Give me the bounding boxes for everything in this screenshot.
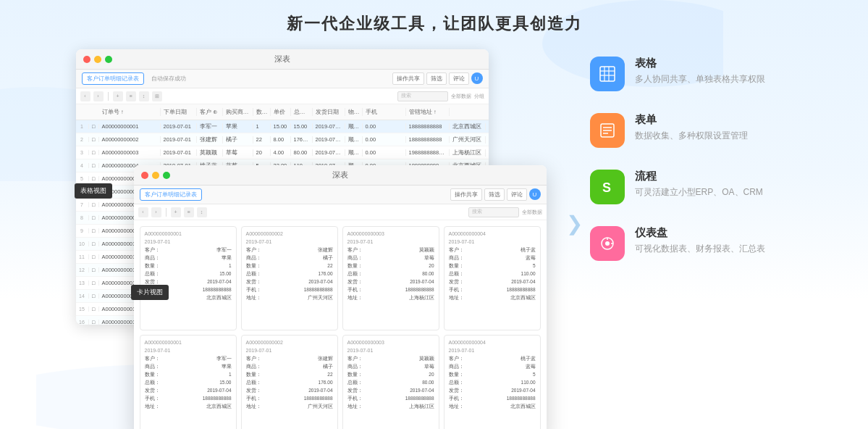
- mini-card[interactable]: A000000000002 2019-07-01 客户： 张建辉 商品： 橘子 …: [241, 226, 338, 330]
- card-id: A000000000001: [145, 231, 232, 236]
- card-share-btn[interactable]: 筛选: [484, 188, 505, 201]
- operations-btn[interactable]: 操作共享: [392, 72, 424, 85]
- card-address-row: 地址： 广州天河区: [246, 295, 333, 301]
- card-qty-value: 22: [327, 372, 332, 378]
- card-phone-row: 手机： 18888888888: [347, 287, 434, 293]
- card-address-value: 广州天河区: [308, 404, 333, 410]
- table-cell: 19888888888888: [406, 149, 450, 156]
- svg-point-14: [605, 241, 610, 246]
- card-address-row: 地址： 北京西城区: [145, 404, 232, 410]
- table-row[interactable]: 3□A000000000032019-07-01莫颖颖草莓204.0080.00…: [76, 146, 489, 159]
- card-filter-btn[interactable]: ≡: [184, 207, 194, 217]
- card-ship-value: 2019-07-04: [410, 279, 434, 286]
- card-ship-label: 发货：: [145, 388, 160, 394]
- card-comment-btn[interactable]: 评论: [507, 188, 527, 201]
- card-sheet-tab[interactable]: 客户订单明细记录表: [140, 188, 202, 201]
- card-view-toggle[interactable]: 全部数据: [522, 209, 542, 216]
- card-product-row: 商品： 橘子: [246, 364, 333, 370]
- card-total-label: 总额：: [449, 380, 464, 386]
- col-qty: 数量 ⊕: [253, 108, 271, 116]
- close-button[interactable]: [83, 56, 90, 63]
- search-input[interactable]: 搜索: [397, 91, 448, 101]
- feature-desc-dashboard: 可视化数据表、财务报表、汇总表: [635, 243, 765, 255]
- table-cell: 0.00: [363, 136, 406, 143]
- card-date: 2019-07-01: [449, 348, 536, 353]
- table-row[interactable]: 1□A000000000012019-07-01李军一苹果115.0015.00…: [76, 120, 489, 133]
- card-qty-value: 22: [327, 263, 332, 270]
- add-col-btn[interactable]: +: [113, 91, 123, 101]
- card-total-value: 80.00: [422, 271, 434, 278]
- card-address-value: 北京西城区: [206, 295, 232, 301]
- card-id: A000000000003: [347, 231, 434, 236]
- feature-item-workflow: S 流程 可灵活建立小型ERP、OA、CRM: [590, 170, 793, 204]
- view-toggle[interactable]: 全部数据: [451, 93, 471, 100]
- card-address-value: 北京西城区: [510, 295, 536, 301]
- table-row[interactable]: 2□A000000000022019-07-01张建辉橘子228.00176.0…: [76, 133, 489, 146]
- card-product-value: 橘子: [323, 364, 333, 370]
- card-back-btn[interactable]: ‹: [138, 207, 148, 217]
- table-cell: 2019-07-01: [161, 149, 197, 156]
- card-product-label: 商品：: [246, 255, 261, 262]
- card-ship-label: 发货：: [449, 279, 464, 286]
- card-total-row: 总额： 15.00: [145, 271, 232, 278]
- card-product-value: 橘子: [323, 255, 333, 262]
- card-close-button[interactable]: [141, 172, 148, 179]
- table-view-badge: 表格视图: [75, 183, 112, 199]
- svg-rect-3: [600, 67, 615, 81]
- minimize-button[interactable]: [94, 56, 101, 63]
- mini-card[interactable]: A000000000001 2019-07-01 客户： 李军一 商品： 苹果 …: [140, 226, 237, 330]
- sheet-tab[interactable]: 客户订单明细记录表: [82, 72, 144, 85]
- card-search-input[interactable]: 搜索: [468, 207, 519, 217]
- user-avatar[interactable]: U: [471, 72, 483, 84]
- card-minimize-button[interactable]: [152, 172, 159, 179]
- card-total-label: 总额：: [145, 380, 160, 386]
- card-divider: [166, 208, 167, 217]
- card-date: 2019-07-01: [145, 348, 232, 353]
- filter-btn[interactable]: ≡: [126, 91, 136, 101]
- card-total-value: 15.00: [219, 380, 231, 386]
- card-maximize-button[interactable]: [163, 172, 170, 179]
- card-qty-row: 数量： 20: [347, 372, 434, 378]
- feature-icon-dashboard: [590, 226, 625, 261]
- maximize-button[interactable]: [105, 56, 112, 63]
- back-btn[interactable]: ‹: [80, 91, 90, 101]
- card-operations-btn[interactable]: 操作共享: [450, 188, 482, 201]
- card-ship-value: 2019-07-04: [511, 388, 535, 394]
- forward-btn[interactable]: ›: [93, 91, 104, 101]
- card-name-label: 客户：: [145, 356, 160, 362]
- card-user-avatar[interactable]: U: [529, 188, 541, 200]
- card-phone-value: 18888888888: [405, 287, 434, 293]
- window-controls: [83, 56, 112, 63]
- card-qty-label: 数量：: [246, 263, 261, 270]
- card-ship-value: 2019-07-04: [308, 388, 332, 394]
- table-cell: 15.00: [291, 123, 313, 130]
- group-btn[interactable]: ⊞: [152, 91, 162, 101]
- share-btn[interactable]: 筛选: [426, 72, 447, 85]
- card-sort-btn[interactable]: ↕: [197, 207, 207, 217]
- comment-btn[interactable]: 评论: [449, 72, 469, 85]
- card-qty-value: 5: [533, 372, 536, 378]
- mini-card[interactable]: A000000000004 2019-07-01 客户： 桃子蓝 商品： 蓝莓 …: [444, 226, 541, 330]
- sort-btn[interactable]: ↕: [139, 91, 149, 101]
- card-qty-row: 数量： 22: [246, 263, 333, 270]
- card-add-btn[interactable]: +: [171, 207, 181, 217]
- mini-card[interactable]: A000000000003 2019-07-01 客户： 莫颖颖 商品： 草莓 …: [342, 335, 439, 429]
- card-id: A000000000002: [246, 340, 333, 345]
- card-phone-value: 18888888888: [507, 287, 536, 293]
- card-ship-row: 发货： 2019-07-04: [449, 279, 536, 286]
- column-settings[interactable]: 分组: [474, 93, 484, 100]
- card-address-label: 地址：: [246, 404, 261, 410]
- card-phone-value: 18888888888: [405, 396, 434, 402]
- card-total-label: 总额：: [347, 380, 363, 386]
- mini-card[interactable]: A000000000001 2019-07-01 客户： 李军一 商品： 苹果 …: [140, 335, 237, 429]
- card-ship-value: 2019-07-04: [308, 279, 332, 286]
- card-qty-row: 数量： 20: [347, 263, 434, 270]
- card-forward-btn[interactable]: ›: [151, 207, 161, 217]
- card-address-value: 上海杨江区: [409, 404, 434, 410]
- mini-card[interactable]: A000000000003 2019-07-01 客户： 莫颖颖 商品： 草莓 …: [342, 226, 439, 330]
- table-cell: 2019-07-04: [313, 149, 345, 156]
- card-qty-row: 数量： 5: [449, 372, 536, 378]
- mini-card[interactable]: A000000000002 2019-07-01 客户： 张建辉 商品： 橘子 …: [241, 335, 338, 429]
- card-ship-row: 发货： 2019-07-04: [246, 388, 333, 394]
- mini-card[interactable]: A000000000004 2019-07-01 客户： 桃子蓝 商品： 蓝莓 …: [444, 335, 541, 429]
